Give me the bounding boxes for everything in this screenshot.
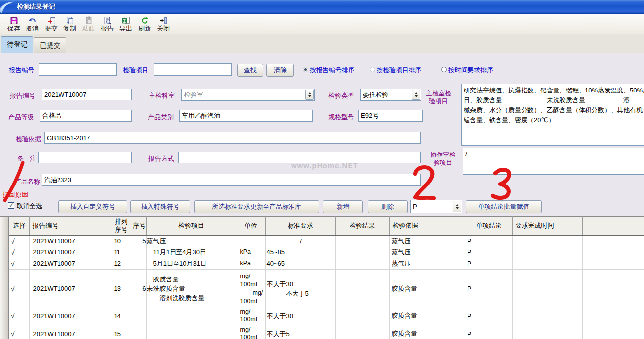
row-check[interactable]: √: [9, 324, 29, 339]
table-row[interactable]: √ 2021WT10007 14 mg/ 100mL 不大于30 胶质含量 P: [9, 308, 644, 324]
table-row[interactable]: √ 2021WT10007 13 6 胶质含量 未洗胶质含量 溶剂洗胶质含量 m…: [9, 269, 644, 308]
category-input[interactable]: [179, 110, 313, 122]
col-conclusion[interactable]: 单项结论: [466, 217, 512, 236]
search-report-no-input[interactable]: [39, 63, 117, 76]
report-no-label: 报告编号: [10, 92, 35, 100]
main-items-label: 主检室检 验项目: [426, 90, 451, 105]
close-button[interactable]: 关闭: [154, 15, 173, 33]
spec-label: 规格型号: [328, 113, 354, 122]
col-item[interactable]: 检验项目: [146, 217, 236, 236]
cell-basis: 蒸气压: [389, 247, 466, 258]
conclusion-combo[interactable]: P: [410, 200, 462, 213]
spinner-icon[interactable]: [412, 90, 420, 100]
search-item-input[interactable]: [154, 63, 232, 76]
cell-standard: 不大于30: [265, 308, 335, 324]
paste-button: 粘贴: [79, 15, 98, 33]
cell-standard: 不大于30 不大于5: [265, 269, 335, 308]
sort-by-report-no-label: 按报告编号排序: [310, 66, 354, 75]
main-items-textarea[interactable]: 研究法辛烷值、抗爆指数、铅含量、馏程、10%蒸发温度、50%蒸 日、胶质含量 未…: [461, 84, 644, 146]
row-check[interactable]: √: [9, 258, 29, 269]
add-button[interactable]: 新增: [323, 200, 363, 213]
sort-by-item-radio[interactable]: [370, 67, 375, 72]
refresh-button[interactable]: 刷新: [135, 15, 154, 33]
col-due[interactable]: 要求完成时间: [512, 217, 582, 236]
product-name-input[interactable]: [42, 174, 421, 186]
row-check[interactable]: √: [9, 235, 29, 247]
category-label: 产品类别: [148, 113, 174, 122]
cell-seq-no: 5: [132, 235, 146, 247]
tab-pending[interactable]: 待登记: [1, 36, 33, 53]
copy-label: 复制: [63, 25, 76, 31]
remark-input[interactable]: [38, 152, 132, 163]
window-title: 检测结果登记: [17, 2, 55, 11]
col-seq-no[interactable]: 序号: [132, 217, 146, 236]
table-row[interactable]: √ 2021WT10007 11 11月1日至4月30日 kPa 45~85 蒸…: [9, 247, 644, 258]
cell-filler: [582, 324, 644, 339]
select-all-checkbox[interactable]: [8, 202, 14, 209]
cell-item: 5月1日至10月31日: [146, 258, 236, 269]
cell-report-no: 2021WT10007: [29, 269, 111, 308]
update-standard-button[interactable]: 所选标准要求更新至产品标准库: [194, 200, 319, 213]
table-row[interactable]: √ 2021WT10007 10 5 蒸气压 / 蒸气压 P: [9, 235, 644, 247]
sort-by-time-radio[interactable]: [441, 67, 447, 72]
report-no-input[interactable]: [42, 89, 132, 100]
export-button[interactable]: 导出: [117, 15, 135, 33]
spec-input[interactable]: [358, 110, 423, 122]
col-report-no[interactable]: 报告编号: [29, 217, 111, 236]
conclusion-combo-value: P: [411, 203, 452, 210]
insert-custom-symbol-button[interactable]: 插入自定义符号: [58, 200, 127, 213]
batch-assign-button[interactable]: 单项结论批量赋值: [466, 200, 542, 213]
save-label: 保存: [7, 25, 20, 31]
submit-button[interactable]: 提交: [42, 15, 60, 33]
close-label: 关闭: [157, 25, 170, 31]
cell-basis: 蒸气压: [389, 258, 466, 269]
spinner-icon[interactable]: [305, 90, 314, 100]
delete-button[interactable]: 删除: [368, 200, 408, 213]
col-select[interactable]: 选择: [9, 217, 29, 236]
basis-input[interactable]: [44, 132, 421, 144]
col-unit[interactable]: 单位: [236, 217, 265, 236]
cell-due: [512, 247, 582, 258]
main-dept-combo[interactable]: 检验室: [181, 89, 315, 101]
insert-special-symbol-button[interactable]: 插入特殊符号: [130, 200, 190, 213]
sort-by-report-no-radio[interactable]: [303, 67, 308, 72]
cell-report-no: 2021WT10007: [29, 324, 111, 339]
insp-type-label: 检验类型: [328, 92, 354, 100]
clear-button[interactable]: 清除: [266, 64, 294, 77]
tab-bar: 待登记 已提交: [0, 34, 644, 53]
col-basis[interactable]: 检验依据: [389, 217, 466, 236]
copy-button[interactable]: 复制: [60, 15, 79, 33]
col-sort-no[interactable]: 排列 序号: [111, 217, 132, 236]
row-check[interactable]: √: [9, 247, 29, 258]
col-standard[interactable]: 标准要求: [265, 217, 335, 236]
spinner-icon[interactable]: [453, 201, 461, 212]
grade-input[interactable]: [40, 110, 132, 122]
find-button[interactable]: 查找: [237, 64, 263, 77]
row-check[interactable]: √: [9, 269, 29, 308]
insp-type-combo[interactable]: 委托检验: [360, 89, 421, 101]
search-report-no-label: 报告编号: [9, 66, 34, 75]
col-result[interactable]: 检验结果: [335, 217, 389, 236]
coop-items-textarea[interactable]: /: [463, 148, 644, 175]
cell-standard: 不大于5: [265, 324, 335, 339]
cell-result: [335, 269, 389, 308]
table-header-row: 选择 报告编号 排列 序号 序号 检验项目 单位 标准要求 检验结果 检验依据 …: [9, 217, 644, 236]
cell-due: [512, 308, 582, 324]
cell-sort-no: 11: [111, 247, 132, 258]
cancel-button[interactable]: 取消: [23, 15, 42, 33]
tab-submitted[interactable]: 已提交: [34, 37, 66, 53]
table-row[interactable]: √ 2021WT10007 15 mg/ 100mL 不大于5 胶质含量 P: [9, 324, 644, 339]
export-label: 导出: [119, 25, 132, 31]
table-row[interactable]: √ 2021WT10007 12 5月1日至10月31日 kPa 40~65 蒸…: [9, 258, 644, 269]
cell-result: [335, 258, 389, 269]
row-check[interactable]: √: [9, 308, 29, 324]
save-button[interactable]: 保存: [4, 15, 23, 33]
cell-basis: 胶质含量: [389, 308, 466, 324]
cell-unit: mg/ 100mL: [236, 324, 265, 339]
report-label: 报告: [101, 25, 114, 31]
report-button[interactable]: 报告: [98, 15, 117, 33]
grid-row-indicator-strip: [0, 216, 9, 339]
cell-basis: 蒸气压: [389, 235, 466, 247]
cell-sort-no: 15: [111, 324, 132, 339]
export-icon: [122, 16, 130, 25]
